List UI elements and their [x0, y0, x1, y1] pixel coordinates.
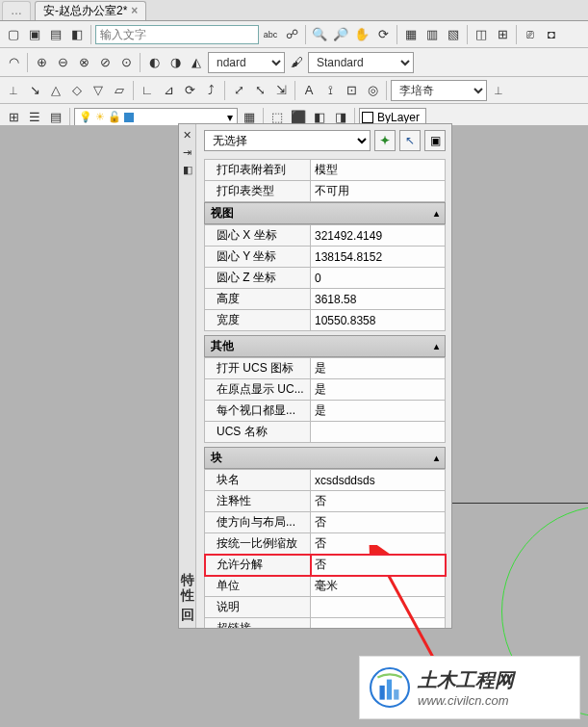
tool-icon[interactable]: ⤢: [229, 81, 248, 100]
tool-icon[interactable]: ◑: [166, 53, 185, 72]
prop-row[interactable]: 块名xcsdsddsds: [205, 470, 446, 491]
prop-row[interactable]: 圆心 X 坐标321492.4149: [205, 225, 446, 247]
prop-row[interactable]: 每个视口都显...是: [205, 401, 446, 422]
tool-icon[interactable]: 🔎: [331, 25, 350, 44]
tool-icon[interactable]: ▥: [422, 25, 442, 44]
toolbar-row-1: ▢ ▣ ▤ ◧ abc ☍ 🔍 🔎 ✋ ⟳ ▦ ▥ ▧ ◫ ⊞ ⎚ ◘: [0, 21, 588, 48]
tool-icon[interactable]: ⎚: [521, 25, 540, 44]
prop-row[interactable]: 使方向与布局...否: [205, 512, 446, 533]
tool-icon[interactable]: ◘: [542, 25, 561, 44]
tool-icon[interactable]: ⟂: [4, 81, 23, 100]
tool-icon[interactable]: ▦: [401, 25, 421, 44]
tool-icon[interactable]: ▤: [46, 25, 65, 44]
tool-icon[interactable]: ⊞: [493, 25, 512, 44]
design-center-icon[interactable]: 回: [181, 607, 193, 624]
color-swatch: [362, 112, 373, 123]
select-objects-button[interactable]: ↖: [399, 130, 421, 151]
tool-icon[interactable]: ⤴: [201, 81, 220, 100]
watermark-logo-icon: [370, 667, 410, 708]
palette-sidebar: ✕ ⇥ ◧ 特 性 回: [179, 124, 196, 628]
tool-icon[interactable]: △: [46, 81, 65, 100]
chevron-down-icon: ▾: [227, 111, 233, 124]
tool-icon[interactable]: ◧: [67, 25, 87, 44]
collapse-icon: ▴: [434, 341, 439, 351]
prop-row[interactable]: 超链接: [205, 618, 446, 629]
abc-icon[interactable]: abc: [261, 25, 280, 44]
tool-icon[interactable]: ▱: [110, 81, 129, 100]
properties-palette: ✕ ⇥ ◧ 特 性 回 无选择 ✦ ↖ ▣ 打印表附着到模型 打印表类型不可用: [178, 123, 452, 629]
toggle-pickadd-button[interactable]: ▣: [424, 130, 446, 151]
prop-row[interactable]: 圆心 Y 坐标138154.8152: [205, 247, 446, 268]
style-select-2[interactable]: Standard: [308, 52, 414, 73]
tool-icon[interactable]: ↘: [25, 81, 44, 100]
prop-row[interactable]: 圆心 Z 坐标0: [205, 268, 446, 289]
dimstyle-select[interactable]: 李培奇: [391, 80, 487, 101]
tool-icon[interactable]: ⊿: [159, 81, 178, 100]
tool-icon[interactable]: ▤: [46, 108, 65, 127]
tool-icon[interactable]: ⊙: [116, 53, 136, 72]
svg-rect-4: [394, 689, 398, 700]
prop-row[interactable]: 注释性否: [205, 491, 446, 512]
tool-icon[interactable]: ◭: [187, 53, 206, 72]
prop-row[interactable]: UCS 名称: [205, 422, 446, 443]
pin-icon[interactable]: ⇥: [181, 145, 194, 159]
tool-icon[interactable]: ▣: [25, 25, 44, 44]
tool-icon[interactable]: ⊖: [53, 53, 72, 72]
tool-icon[interactable]: ☰: [25, 108, 44, 127]
tab-label: 安-赵总办公室2*: [43, 3, 127, 19]
layer-color-swatch: [124, 113, 134, 122]
tool-icon[interactable]: ◐: [144, 53, 164, 72]
tool-icon[interactable]: ∟: [138, 81, 157, 100]
brush-icon[interactable]: 🖌: [287, 53, 306, 72]
tool-icon[interactable]: ⊞: [4, 108, 23, 127]
tool-icon[interactable]: ⇲: [271, 81, 291, 100]
prop-row[interactable]: 在原点显示 UC...是: [205, 379, 446, 401]
toolbar-row-2: ◠ ⊕ ⊖ ⊗ ⊘ ⊙ ◐ ◑ ◭ ndard 🖌 Standard: [0, 48, 588, 77]
tool-icon[interactable]: ⊡: [342, 81, 361, 100]
tool-icon[interactable]: ⟟: [320, 81, 340, 100]
group-header-other[interactable]: 其他▴: [204, 335, 446, 357]
pan-icon[interactable]: ✋: [352, 25, 371, 44]
tool-icon[interactable]: ☍: [282, 25, 301, 44]
tool-icon[interactable]: ◎: [363, 81, 382, 100]
tool-icon[interactable]: ▢: [4, 25, 23, 44]
tool-icon[interactable]: ⟳: [180, 81, 199, 100]
prop-row[interactable]: 打印表类型不可用: [205, 181, 446, 202]
group-header-view[interactable]: 视图▴: [204, 202, 446, 224]
document-tab-active[interactable]: 安-赵总办公室2* ×: [35, 1, 146, 20]
prop-row-allow-explode[interactable]: 允许分解否: [205, 555, 446, 576]
tool-icon[interactable]: ⊘: [95, 53, 115, 72]
close-icon[interactable]: ×: [131, 4, 138, 17]
tool-icon[interactable]: A: [299, 81, 319, 100]
tool-icon[interactable]: ⟂: [489, 81, 508, 100]
tool-icon[interactable]: ▧: [444, 25, 463, 44]
tab-ghost[interactable]: …: [2, 1, 31, 20]
tool-icon[interactable]: ⤡: [250, 81, 269, 100]
prop-row[interactable]: 打开 UCS 图标是: [205, 358, 446, 379]
svg-rect-3: [387, 680, 392, 700]
prop-row[interactable]: 按统一比例缩放否: [205, 533, 446, 555]
group-header-block[interactable]: 块▴: [204, 447, 446, 469]
property-group-plot: 打印表附着到模型 打印表类型不可用: [204, 159, 446, 202]
prop-row[interactable]: 宽度10550.8358: [205, 310, 446, 331]
close-icon[interactable]: ✕: [181, 128, 194, 142]
prop-row[interactable]: 说明: [205, 597, 446, 618]
command-input[interactable]: [95, 25, 259, 44]
tool-icon[interactable]: ⊗: [74, 53, 93, 72]
prop-row[interactable]: 单位毫米: [205, 576, 446, 597]
orbit-icon[interactable]: ⟳: [373, 25, 393, 44]
prop-row[interactable]: 高度3618.58: [205, 289, 446, 310]
menu-icon[interactable]: ◧: [181, 163, 194, 176]
style-select-1[interactable]: ndard: [208, 52, 285, 73]
quick-select-button[interactable]: ✦: [374, 130, 396, 151]
tool-icon[interactable]: ◇: [67, 81, 87, 100]
tool-icon[interactable]: ⊕: [32, 53, 51, 72]
bylayer-label: ByLayer: [377, 111, 420, 124]
prop-row[interactable]: 打印表附着到模型: [205, 160, 446, 181]
selection-filter[interactable]: 无选择: [204, 130, 371, 151]
tool-icon[interactable]: ◠: [4, 53, 23, 72]
tool-icon[interactable]: ◫: [472, 25, 491, 44]
tool-icon[interactable]: 🔍: [310, 25, 329, 44]
tool-icon[interactable]: ▽: [89, 81, 108, 100]
watermark-title: 土木工程网: [418, 667, 514, 693]
